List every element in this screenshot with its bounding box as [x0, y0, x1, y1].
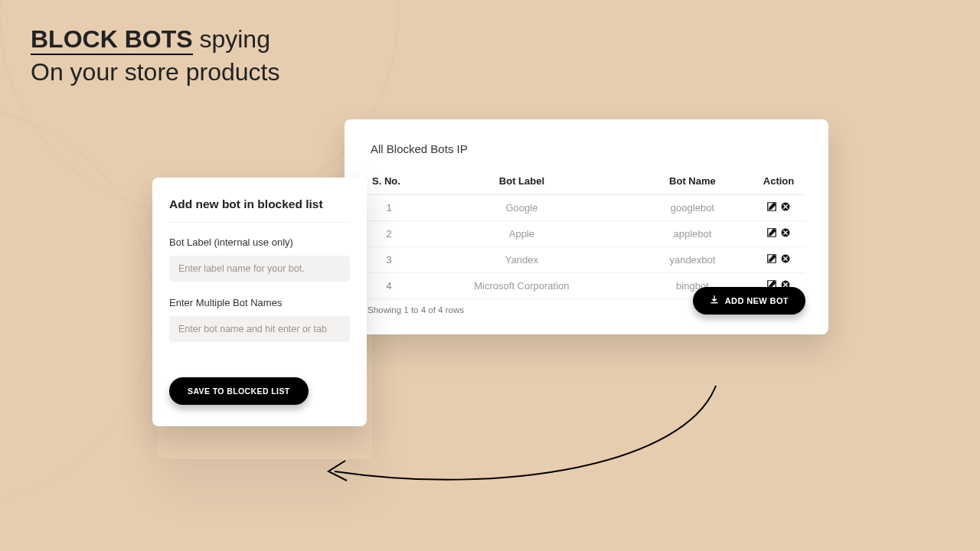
edit-icon[interactable]	[766, 201, 777, 212]
save-button-label: SAVE TO BLOCKED LIST	[188, 386, 290, 396]
cell-bot-label: Apple	[410, 221, 633, 247]
cell-sno: 3	[368, 247, 410, 273]
cell-bot-label: Google	[410, 195, 633, 221]
add-bot-form-card: Add new bot in blocked list Bot Label (i…	[152, 178, 367, 426]
col-bot-label: Bot Label	[410, 169, 633, 195]
download-icon	[710, 295, 719, 306]
delete-icon[interactable]	[780, 227, 791, 238]
cell-sno: 4	[368, 273, 410, 299]
bot-label-input[interactable]	[169, 256, 350, 282]
cell-bot-name: googlebot	[633, 195, 752, 221]
cell-actions	[752, 221, 805, 247]
col-bot-name: Bot Name	[633, 169, 752, 195]
cell-sno: 1	[368, 195, 410, 221]
table-row: 1Googlegooglebot	[368, 195, 805, 221]
save-to-blocked-list-button[interactable]: SAVE TO BLOCKED LIST	[169, 377, 309, 405]
delete-icon[interactable]	[780, 201, 791, 212]
cell-bot-label: Microsoft Corporation	[410, 273, 633, 299]
blocked-bots-list-card: All Blocked Bots IP S. No. Bot Label Bot…	[345, 119, 828, 334]
bot-names-input[interactable]	[169, 316, 350, 342]
cell-bot-label: Yandex	[410, 247, 633, 273]
add-new-bot-label: ADD NEW BOT	[725, 296, 789, 305]
col-sno: S. No.	[368, 169, 410, 195]
cell-bot-name: yandexbot	[633, 247, 752, 273]
list-title: All Blocked Bots IP	[371, 142, 805, 155]
headline-rest: spying	[193, 25, 270, 53]
pointer-arrow	[318, 381, 746, 504]
bot-names-label: Enter Multiple Bot Names	[169, 297, 350, 308]
svg-point-1	[0, 107, 153, 505]
add-new-bot-button[interactable]: ADD NEW BOT	[693, 287, 805, 315]
form-title: Add new bot in blocked list	[169, 197, 350, 223]
edit-icon[interactable]	[766, 227, 777, 238]
cell-actions	[752, 195, 805, 221]
bot-label-label: Bot Label (internal use only)	[169, 236, 350, 248]
headline-bold: BLOCK BOTS	[31, 25, 193, 55]
cell-sno: 2	[368, 221, 410, 247]
cell-actions	[752, 247, 805, 273]
blocked-bots-table: S. No. Bot Label Bot Name Action 1Google…	[368, 169, 805, 299]
col-action: Action	[752, 169, 805, 195]
delete-icon[interactable]	[780, 253, 791, 264]
table-row: 3Yandexyandexbot	[368, 247, 805, 273]
table-row: 2Appleapplebot	[368, 221, 805, 247]
headline-line2: On your store products	[31, 58, 279, 86]
page-headline: BLOCK BOTS spying On your store products	[31, 23, 279, 89]
edit-icon[interactable]	[766, 253, 777, 264]
cell-bot-name: applebot	[633, 221, 752, 247]
